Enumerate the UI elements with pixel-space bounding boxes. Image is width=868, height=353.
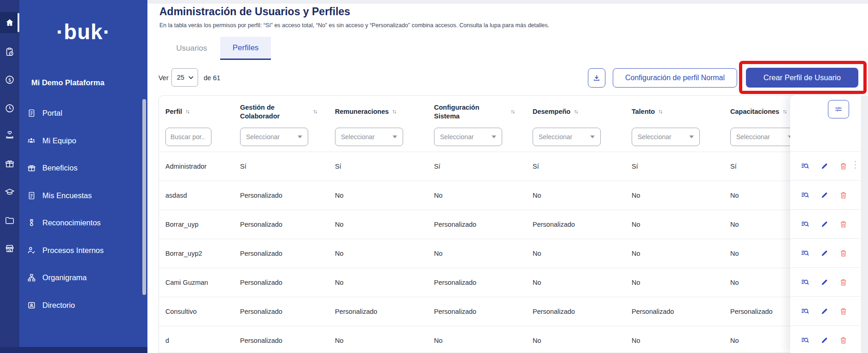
medal-icon	[27, 218, 36, 227]
delete-icon[interactable]	[839, 249, 848, 258]
download-button[interactable]	[588, 68, 605, 88]
sort-icon[interactable]: ↑↓	[313, 108, 317, 115]
permission-cell-configuracion: Personalizado	[428, 308, 526, 315]
sidebar-item-directorio[interactable]: Directorio	[27, 296, 142, 314]
edit-icon[interactable]	[820, 162, 829, 171]
view-details-icon[interactable]	[800, 190, 810, 200]
filter-select-talento[interactable]: Seleccionar	[632, 128, 700, 146]
rail-item-wellness[interactable]	[0, 124, 19, 146]
permission-cell-remuneraciones: Sí	[328, 163, 428, 170]
view-details-icon[interactable]	[800, 277, 810, 287]
view-details-icon[interactable]	[800, 161, 810, 171]
permission-cell-configuracion: Personalizado	[428, 221, 526, 228]
table-scroll-handle[interactable]	[854, 161, 856, 171]
gift-icon	[5, 159, 15, 169]
sidebar-item-reconocimientos[interactable]: Reconocimientos	[27, 213, 142, 232]
profile-name-cell: Administrador	[159, 163, 234, 170]
rail-item-time[interactable]	[0, 98, 19, 119]
sidebar-item-mi-equipo[interactable]: Mi Equipo	[27, 131, 142, 150]
filter-select-remuneraciones[interactable]: Seleccionar	[335, 128, 403, 146]
column-header-gestion-de-colaborador[interactable]: Gestión de Colaborador ↑↓	[234, 103, 328, 120]
permission-cell-configuracion: No	[428, 337, 526, 344]
tab-perfiles[interactable]: Perfiles	[220, 37, 271, 60]
create-profile-button[interactable]: Crear Perfil de Usuario	[746, 68, 858, 88]
permission-cell-talento: No	[625, 221, 724, 228]
edit-icon[interactable]	[820, 336, 829, 345]
view-details-icon[interactable]	[800, 219, 810, 229]
permission-cell-gestion: Personalizado	[234, 192, 328, 199]
view-details-icon[interactable]	[800, 248, 810, 258]
sidebar-item-portal[interactable]: Portal	[27, 104, 142, 122]
delete-icon[interactable]	[839, 336, 848, 345]
column-header-remuneraciones[interactable]: Remuneraciones ↑↓	[328, 107, 428, 116]
column-header-desempeno[interactable]: Desempeño ↑↓	[526, 107, 625, 116]
sidebar-item-mis-encuestas[interactable]: Mis Encuestas	[27, 186, 142, 205]
filter-select-gestion[interactable]: Seleccionar	[240, 128, 308, 146]
home-icon	[5, 18, 15, 28]
folder-icon	[5, 215, 15, 225]
edit-icon[interactable]	[820, 220, 829, 229]
sidebar-item-label: Reconocimientos	[42, 218, 101, 227]
sidebar-item-organigrama[interactable]: Organigrama	[27, 268, 142, 287]
profile-name-cell: Cami Guzman	[159, 279, 234, 286]
chevron-down-icon	[188, 76, 194, 79]
rail-item-documents[interactable]	[0, 210, 19, 231]
sort-icon[interactable]: ↑↓	[392, 108, 396, 115]
sidebar-item-label: Beneficios	[42, 164, 77, 172]
sort-icon[interactable]: ↑↓	[185, 108, 189, 115]
profile-name-cell: Consultivo	[159, 308, 234, 315]
tab-usuarios[interactable]: Usuarios	[169, 37, 215, 60]
delete-icon[interactable]	[839, 162, 848, 171]
filter-select-desempeno[interactable]: Seleccionar	[533, 128, 601, 146]
edit-icon[interactable]	[820, 249, 829, 258]
permission-cell-remuneraciones: Personalizado	[328, 308, 428, 315]
column-header-perfil[interactable]: Perfil ↑↓	[159, 107, 234, 116]
permission-cell-desempeno: No	[526, 192, 625, 199]
permission-cell-configuracion: No	[428, 192, 526, 199]
edit-icon[interactable]	[820, 278, 829, 287]
sort-icon[interactable]: ↑↓	[782, 108, 786, 115]
search-input[interactable]	[165, 128, 211, 146]
sidebar-footer-bar	[0, 347, 147, 353]
rail-item-benefits[interactable]	[0, 153, 19, 174]
sidebar-scrollbar[interactable]	[142, 99, 146, 295]
filter-select-capacitaciones[interactable]: Seleccionar	[730, 128, 798, 146]
page-size-select[interactable]: 25	[171, 68, 198, 87]
sort-icon[interactable]: ↑↓	[574, 108, 577, 115]
edit-icon[interactable]	[820, 307, 829, 316]
sort-icon[interactable]: ↑↓	[510, 108, 514, 115]
rail-item-marketplace[interactable]	[0, 238, 19, 259]
survey-document-icon	[27, 191, 36, 200]
permission-cell-desempeno: Personalizado	[526, 308, 625, 315]
caret-down-icon	[298, 135, 302, 138]
workspace-name: Mi Demo Plataforma	[31, 78, 105, 87]
delete-icon[interactable]	[839, 191, 848, 200]
profile-config-button[interactable]: Configuración de perfil Normal	[613, 68, 737, 88]
rail-item-payroll[interactable]: $	[0, 69, 19, 90]
table-filter-row: Seleccionar Seleccionar Seleccionar Sele…	[159, 128, 860, 152]
sort-icon[interactable]: ↑↓	[658, 108, 662, 115]
view-details-icon[interactable]	[800, 335, 810, 345]
gift-icon	[27, 164, 36, 172]
filter-select-configuracion[interactable]: Seleccionar	[434, 128, 502, 146]
row-actions-panel	[790, 95, 861, 353]
column-header-configuracion-sistema[interactable]: Configuración Sistema ↑↓	[428, 103, 526, 120]
permission-cell-remuneraciones: No	[328, 279, 428, 286]
clipboard-clock-icon	[5, 47, 15, 57]
rail-item-training[interactable]	[0, 182, 19, 203]
table-row: d Personalizado No No No No No	[159, 326, 860, 353]
column-header-talento[interactable]: Talento ↑↓	[625, 107, 724, 116]
sidebar-item-procesos-internos[interactable]: Procesos Internos	[27, 241, 142, 259]
column-settings-button[interactable]	[828, 100, 849, 118]
rail-item-tasks[interactable]	[0, 41, 19, 63]
table-row: Cami Guzman Personalizado No Personaliza…	[159, 268, 860, 297]
edit-icon[interactable]	[820, 191, 829, 200]
delete-icon[interactable]	[839, 278, 848, 287]
caret-down-icon	[393, 135, 397, 138]
permission-cell-remuneraciones: No	[328, 192, 428, 199]
sidebar-item-beneficios[interactable]: Beneficios	[27, 159, 142, 177]
view-details-icon[interactable]	[800, 306, 810, 316]
rail-item-home[interactable]	[0, 12, 19, 33]
delete-icon[interactable]	[839, 220, 848, 229]
delete-icon[interactable]	[839, 307, 848, 316]
